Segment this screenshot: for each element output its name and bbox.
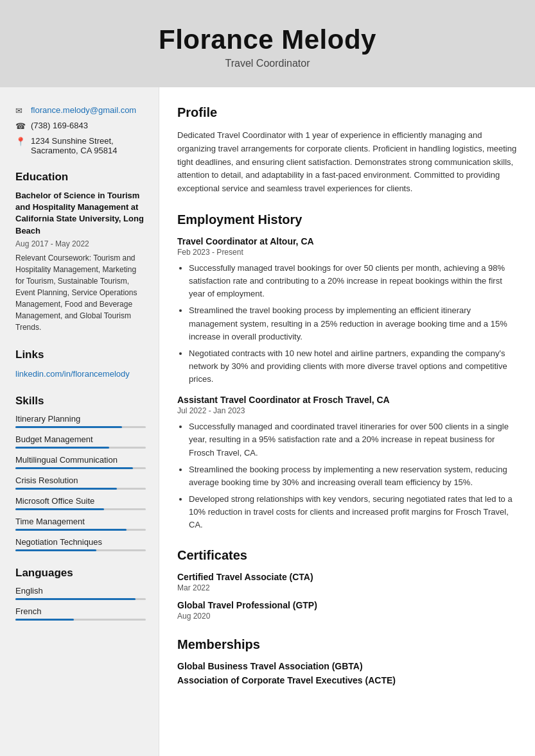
sidebar: ✉ florance.melody@gmail.com ☎ (738) 169-… [0, 87, 159, 756]
skill-bar-fill [15, 488, 117, 490]
skill-bar-fill [15, 467, 133, 469]
skill-item: Itinerary Planning [15, 414, 146, 428]
cert-name: Global Travel Professional (GTP) [177, 600, 517, 610]
job-bullets: Successfully managed and coordinated tra… [177, 420, 517, 531]
certificates-section: Certificates Certified Travel Associate … [177, 548, 517, 621]
email-item: ✉ florance.melody@gmail.com [15, 105, 146, 116]
job-bullet: Successfully managed travel bookings for… [189, 262, 517, 300]
memberships-list: Global Business Travel Association (GBTA… [177, 661, 517, 685]
certificates-heading: Certificates [177, 548, 517, 565]
jobs-list: Travel Coordinator at Altour, CA Feb 202… [177, 236, 517, 531]
cert-date: Aug 2020 [177, 612, 517, 621]
job-entry: Assistant Travel Coordinator at Frosch T… [177, 395, 517, 531]
job-title: Assistant Travel Coordinator at Frosch T… [177, 395, 517, 405]
cert-name: Certified Travel Associate (CTA) [177, 572, 517, 582]
skill-name: Time Management [15, 517, 146, 526]
job-title: Travel Coordinator at Altour, CA [177, 236, 517, 246]
edu-date: Aug 2017 - May 2022 [15, 239, 146, 248]
phone-icon: ☎ [15, 121, 26, 131]
skills-section: Skills Itinerary Planning Budget Managem… [15, 395, 146, 551]
links-heading: Links [15, 348, 146, 361]
email-link[interactable]: florance.melody@gmail.com [31, 105, 136, 115]
skill-item: Crisis Resolution [15, 476, 146, 490]
job-entry: Travel Coordinator at Altour, CA Feb 202… [177, 236, 517, 386]
skill-bar-fill [15, 426, 122, 428]
job-bullet: Streamlined the booking process by imple… [189, 463, 517, 489]
employment-heading: Employment History [177, 212, 517, 230]
skill-name: Budget Management [15, 434, 146, 444]
membership-item: Global Business Travel Association (GBTA… [177, 661, 517, 671]
skill-bar-fill [15, 549, 96, 551]
skill-bar-bg [15, 488, 146, 490]
skill-bar-bg [15, 467, 146, 469]
cert-date: Mar 2022 [177, 583, 517, 592]
skill-item: Time Management [15, 517, 146, 531]
skills-list: Itinerary Planning Budget Management Mul… [15, 414, 146, 551]
skill-name: Crisis Resolution [15, 476, 146, 485]
language-bar-bg [15, 598, 146, 600]
skill-bar-bg [15, 529, 146, 531]
membership-item: Association of Corporate Travel Executiv… [177, 675, 517, 685]
address-item: 📍 1234 Sunshine Street, Sacramento, CA 9… [15, 136, 146, 155]
email-icon: ✉ [15, 106, 26, 116]
address-text: 1234 Sunshine Street, Sacramento, CA 958… [31, 136, 117, 155]
skill-bar-bg [15, 447, 146, 449]
languages-section: Languages English French [15, 567, 146, 621]
education-heading: Education [15, 171, 146, 184]
skill-bar-bg [15, 508, 146, 510]
language-bar-fill [15, 598, 136, 600]
memberships-heading: Memberships [177, 637, 517, 655]
skill-bar-fill [15, 508, 104, 510]
cert-entry: Certified Travel Associate (CTA) Mar 202… [177, 572, 517, 592]
candidate-name: Florance Melody [13, 24, 522, 55]
location-icon: 📍 [15, 137, 26, 146]
skill-bar-fill [15, 529, 127, 531]
skill-item: Budget Management [15, 434, 146, 449]
skills-heading: Skills [15, 395, 146, 408]
memberships-section: Memberships Global Business Travel Assoc… [177, 637, 517, 685]
language-bar-fill [15, 619, 74, 621]
contact-section: ✉ florance.melody@gmail.com ☎ (738) 169-… [15, 105, 146, 155]
job-date: Jul 2022 - Jan 2023 [177, 406, 517, 415]
skill-name: Negotiation Techniques [15, 537, 146, 547]
resume-page: Florance Melody Travel Coordinator ✉ flo… [0, 0, 535, 756]
cert-entry: Global Travel Professional (GTP) Aug 202… [177, 600, 517, 621]
skill-bar-bg [15, 549, 146, 551]
employment-section: Employment History Travel Coordinator at… [177, 212, 517, 531]
phone-item: ☎ (738) 169-6843 [15, 121, 146, 131]
phone-number: (738) 169-6843 [31, 121, 88, 130]
profile-text: Dedicated Travel Coordinator with 1 year… [177, 129, 517, 196]
skill-bar-bg [15, 426, 146, 428]
linkedin-link[interactable]: linkedin.com/in/florancemelody [15, 369, 130, 379]
profile-section: Profile Dedicated Travel Coordinator wit… [177, 105, 517, 196]
certs-list: Certified Travel Associate (CTA) Mar 202… [177, 572, 517, 621]
languages-list: English French [15, 586, 146, 621]
skill-item: Negotiation Techniques [15, 537, 146, 551]
edu-coursework: Relevant Coursework: Tourism and Hospita… [15, 252, 146, 333]
links-section: Links linkedin.com/in/florancemelody [15, 348, 146, 379]
job-bullet: Successfully managed and coordinated tra… [189, 420, 517, 459]
language-name: English [15, 586, 146, 596]
header: Florance Melody Travel Coordinator [0, 0, 535, 87]
language-item: English [15, 586, 146, 600]
skill-name: Multilingual Communication [15, 455, 146, 465]
content-area: Profile Dedicated Travel Coordinator wit… [159, 87, 535, 756]
job-bullet: Negotiated contracts with 10 new hotel a… [189, 347, 517, 386]
job-bullets: Successfully managed travel bookings for… [177, 262, 517, 386]
languages-heading: Languages [15, 567, 146, 580]
skill-item: Microsoft Office Suite [15, 496, 146, 510]
skill-name: Microsoft Office Suite [15, 496, 146, 506]
language-name: French [15, 606, 146, 616]
candidate-title: Travel Coordinator [13, 58, 522, 69]
edu-degree: Bachelor of Science in Tourism and Hospi… [15, 190, 146, 237]
job-date: Feb 2023 - Present [177, 248, 517, 257]
skill-item: Multilingual Communication [15, 455, 146, 469]
language-bar-bg [15, 619, 146, 621]
main-content: ✉ florance.melody@gmail.com ☎ (738) 169-… [0, 87, 535, 756]
education-section: Education Bachelor of Science in Tourism… [15, 171, 146, 333]
job-bullet: Streamlined the travel booking process b… [189, 304, 517, 343]
language-item: French [15, 606, 146, 621]
job-bullet: Developed strong relationships with key … [189, 493, 517, 531]
profile-heading: Profile [177, 105, 517, 123]
skill-name: Itinerary Planning [15, 414, 146, 424]
